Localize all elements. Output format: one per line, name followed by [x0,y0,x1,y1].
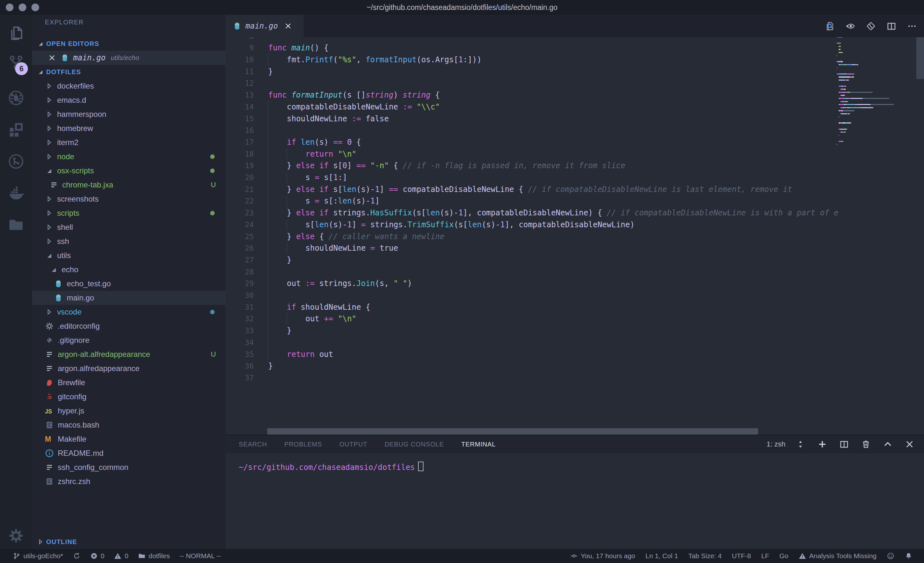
activity-settings-gear-icon[interactable] [0,524,32,547]
status-vim-mode[interactable]: -- NORMAL -- [180,552,221,560]
tree-folder-emacs-d[interactable]: emacs.d [32,93,225,107]
activity-project-manager-icon[interactable] [0,213,32,236]
split-terminal-icon[interactable] [839,440,849,449]
tree-file-echo-test-go[interactable]: echo_test.go [32,277,225,291]
tree-file-macos-bash[interactable]: macos.bash [32,418,225,432]
tree-file-hyper-js[interactable]: JShyper.js [32,404,225,418]
code-line-29: 29out := strings.Join(s, " ") [225,278,924,290]
tree-file-main-go[interactable]: main.go [32,291,225,305]
search-file-icon[interactable] [825,21,835,31]
status-encoding[interactable]: UTF-8 [732,552,751,560]
code-editor[interactable]: 89func main() {10fmt.Printf("%s", format… [225,37,924,428]
tree-folder-vscode[interactable]: vscode [32,305,225,319]
tree-file-makefile[interactable]: MMakefile [32,432,225,446]
outline-header[interactable]: OUTLINE [32,535,225,549]
trash-icon[interactable] [861,440,871,449]
status-eol[interactable]: LF [761,552,770,560]
activity-files-icon[interactable] [0,21,32,45]
chevron-collapsed-icon [45,96,53,104]
tree-file-chrome-tab-jxa[interactable]: chrome-tab.jxaU [32,178,225,192]
tree-folder-echo[interactable]: echo [32,263,225,277]
terminal-selector[interactable]: 1: zsh [766,440,785,448]
status-analysis-tools[interactable]: Analysis Tools Missing [798,552,876,560]
code-text: func main() { [268,42,328,54]
tree-folder-screenshots[interactable]: screenshots [32,192,225,206]
tree-file-zshrc-zsh[interactable]: zshrc.zsh [32,474,225,488]
close-icon[interactable] [284,22,292,30]
status-language[interactable]: Go [779,552,788,560]
tree-folder-dockerfiles[interactable]: dockerfiles [32,79,225,93]
line-number: 36 [225,360,254,372]
tree-file-ssh-config-common[interactable]: ssh_config_common [32,460,225,474]
line-number: 30 [225,290,254,302]
open-editor-item-main-go[interactable]: main.go utils/echo [32,51,225,65]
tree-folder-iterm2[interactable]: iterm2 [32,135,225,150]
tree-folder-osx-scripts[interactable]: osx-scripts [32,164,225,178]
activity-docker-icon[interactable] [0,182,32,205]
activity-debug-icon[interactable] [0,86,32,110]
status-blame[interactable]: You, 17 hours ago [570,552,635,560]
tree-file--editorconfig[interactable]: .editorconfig [32,319,225,333]
code-text: if shouldNewLine { [287,302,370,313]
tree-file-gitconfig[interactable]: gitconfig [32,390,225,404]
status-folder[interactable]: dotfiles [138,552,170,560]
minimap[interactable] [837,37,901,165]
tree-file-argon-alt-alfredappearance[interactable]: argon-alt.alfredappearanceU [32,347,225,362]
status-sync[interactable] [73,552,81,560]
open-changes-icon[interactable] [845,21,855,31]
tree-folder-node[interactable]: node [32,150,225,164]
status-warnings[interactable]: 0 [114,552,128,560]
panel-tab-search[interactable]: SEARCH [239,441,267,448]
status-branch[interactable]: utils-goEcho* [13,552,63,560]
activity-gitlens-icon[interactable] [0,150,32,173]
tree-folder-hammerspoon[interactable]: hammerspoon [32,107,225,121]
status-tab-size[interactable]: Tab Size: 4 [688,552,722,560]
vertical-scrollbar[interactable] [916,37,924,79]
tree-item-label: scripts [57,209,79,218]
tree-item-label: chrome-tab.jxa [62,180,113,189]
status-vim-mode-label: -- NORMAL -- [180,552,221,560]
terminal-cursor [418,462,423,471]
panel-tab-output[interactable]: OUTPUT [339,441,368,448]
status-errors[interactable]: 0 [90,552,105,560]
chevron-collapsed-icon [45,110,53,119]
tree-folder-homebrew[interactable]: homebrew [32,121,225,135]
git-compare-icon[interactable] [866,21,876,31]
status-cursor-position[interactable]: Ln 1, Col 1 [645,552,678,560]
tree-folder-scripts[interactable]: scripts [32,206,225,220]
select-version-icon[interactable] [796,440,805,449]
status-feedback[interactable] [887,552,894,560]
tree-file--gitignore[interactable]: .gitignore [32,333,225,347]
tree-folder-ssh[interactable]: ssh [32,234,225,248]
close-panel-icon[interactable] [905,440,914,449]
tree-file-brewfile[interactable]: Brewfile [32,375,225,390]
warning-icon [798,552,806,560]
split-editor-icon[interactable] [886,21,896,31]
tab-main-go[interactable]: main.go [225,15,303,37]
status-notifications[interactable] [905,552,912,560]
project-section-header[interactable]: DOTFILES [32,65,225,79]
line-number: 35 [225,348,254,360]
panel-tab-debug-console[interactable]: DEBUG CONSOLE [385,441,444,448]
line-number: 37 [225,372,254,384]
status-folder-label: dotfiles [148,552,170,560]
terminal[interactable]: ~/src/github.com/chaseadamsio/dotfiles [225,453,924,472]
settings-gear-icon [8,527,24,544]
list-file-icon [50,180,58,189]
panel-tab-terminal[interactable]: TERMINAL [461,441,496,448]
open-editors-header[interactable]: OPEN EDITORS [32,37,225,51]
tree-file-argon-alfredappearance[interactable]: argon.alfredappearance [32,362,225,375]
line-number: 18 [225,148,254,160]
close-icon[interactable] [48,54,56,62]
more-actions-icon[interactable] [907,21,917,31]
add-icon[interactable] [818,440,827,449]
maximize-panel-icon[interactable] [883,440,892,449]
panel-tab-problems[interactable]: PROBLEMS [284,441,322,448]
tree-folder-shell[interactable]: shell [32,220,225,234]
activity-extensions-icon[interactable] [0,118,32,141]
tree-item-label: hyper.js [58,406,84,415]
tree-folder-utils[interactable]: utils [32,248,225,263]
tree-file-readme-md[interactable]: README.md [32,446,225,460]
tree-item-label: dockerfiles [57,81,94,90]
horizontal-scrollbar[interactable] [267,428,758,435]
